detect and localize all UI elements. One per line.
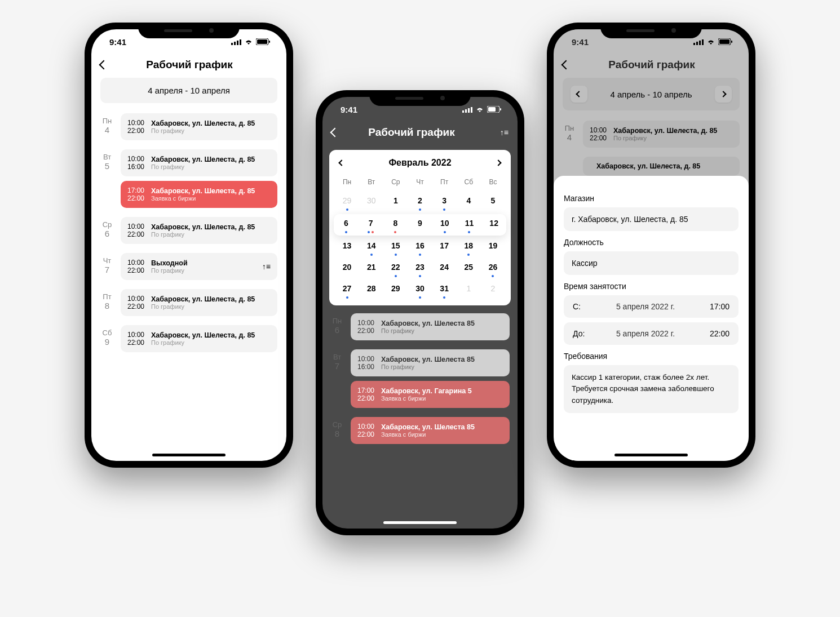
calendar-day[interactable]: 6: [334, 214, 359, 236]
day-block: Ср 8 10:0022:00 Хабаровск, ул. Шелеста 8…: [330, 417, 510, 444]
shift-info: Хабаровск, ул. Шелеста, д. 85 Заявка с б…: [151, 187, 255, 202]
calendar-day[interactable]: 2: [481, 279, 505, 301]
shift-card[interactable]: 10:0022:00 Хабаровск, ул. Шелеста 85 По …: [351, 313, 510, 340]
calendar-day[interactable]: 5: [481, 192, 505, 213]
to-time: 22:00: [696, 329, 730, 338]
shift-address: Хабаровск, ул. Шелеста, д. 85: [151, 223, 255, 231]
calendar-week: 6789101112: [334, 214, 506, 236]
sort-icon[interactable]: ↑≡: [262, 262, 271, 271]
calendar-week: 272829303112: [335, 279, 505, 301]
day-block: Вт 5 10:0016:00 Хабаровск, ул. Шелеста, …: [100, 149, 277, 208]
time-from-row: С: 5 апреля 2022 г. 17:00: [564, 295, 739, 318]
svg-rect-3: [240, 39, 241, 45]
day-label: Пн 4: [100, 113, 114, 140]
shift-card[interactable]: 10:0022:00 Хабаровск, ул. Шелеста, д. 85…: [121, 113, 277, 140]
svg-rect-7: [462, 110, 464, 113]
svg-rect-13: [500, 108, 501, 110]
calendar-day[interactable]: 7: [359, 214, 383, 236]
day-label: Вт 7: [330, 349, 344, 408]
store-label: Магазин: [564, 194, 739, 203]
calendar-day[interactable]: 13: [335, 237, 359, 258]
calendar-day[interactable]: 19: [481, 237, 505, 258]
calendar-day[interactable]: 4: [457, 192, 481, 213]
sort-icon: ↑≡: [500, 128, 509, 137]
calendar-day[interactable]: 11: [457, 214, 482, 236]
back-button[interactable]: [100, 61, 107, 68]
shift-info: Хабаровск, ул. Шелеста, д. 85 По графику: [151, 295, 255, 310]
shift-card[interactable]: 10:0022:00 Хабаровск, ул. Шелеста, д. 85…: [121, 217, 277, 244]
next-month-button[interactable]: [496, 161, 501, 165]
calendar-day[interactable]: 12: [481, 214, 506, 236]
shift-card[interactable]: 17:0022:00 Хабаровск, ул. Шелеста, д. 85…: [121, 181, 277, 208]
calendar-day[interactable]: 15: [383, 237, 408, 258]
shift-address: Хабаровск, ул. Гагарина 5: [381, 387, 472, 395]
day-label: Ср 6: [100, 217, 114, 244]
calendar-day[interactable]: 23: [408, 258, 432, 279]
calendar-day[interactable]: 30: [408, 279, 432, 301]
shift-subtitle: Заявка с биржи: [381, 431, 475, 438]
shift-address: Хабаровск, ул. Шелеста, д. 85: [151, 187, 255, 195]
shift-subtitle: По графику: [151, 267, 188, 274]
calendar-day[interactable]: 29: [383, 279, 408, 301]
shift-subtitle: По графику: [151, 231, 255, 238]
calendar-day[interactable]: 26: [481, 258, 505, 279]
calendar-day[interactable]: 8: [383, 214, 408, 236]
time-to-row: До: 5 апреля 2022 г. 22:00: [564, 322, 739, 345]
home-indicator[interactable]: [383, 521, 457, 524]
to-label: До:: [573, 329, 595, 338]
calendar-day[interactable]: 25: [457, 258, 481, 279]
sort-button[interactable]: ↑≡: [496, 128, 509, 137]
shift-card[interactable]: 10:0022:00 Хабаровск, ул. Шелеста, д. 85…: [121, 289, 277, 316]
shift-address: Хабаровск, ул. Шелеста, д. 85: [151, 119, 255, 127]
back-button[interactable]: [331, 129, 338, 136]
home-indicator[interactable]: [614, 454, 688, 456]
svg-rect-12: [488, 107, 496, 112]
prev-month-button[interactable]: [339, 161, 344, 165]
shift-times: 17:0022:00: [357, 387, 374, 402]
shift-card[interactable]: 10:0022:00 Выходной По графику ↑≡: [121, 253, 277, 280]
calendar-day[interactable]: 17: [432, 237, 457, 258]
shift-card[interactable]: 10:0022:00 Хабаровск, ул. Шелеста 85 Зая…: [351, 417, 510, 444]
shift-card[interactable]: 10:0016:00 Хабаровск, ул. Шелеста 85 По …: [351, 349, 510, 376]
shift-info: Выходной По графику: [151, 259, 188, 274]
calendar-day[interactable]: 29: [335, 192, 359, 213]
shift-info: Хабаровск, ул. Шелеста, д. 85 По графику: [151, 331, 255, 346]
chevron-left-icon: [338, 159, 344, 166]
shift-address: Хабаровск, ул. Шелеста, д. 85: [151, 156, 255, 163]
calendar-day[interactable]: 3: [432, 192, 457, 213]
calendar-day[interactable]: 2: [408, 192, 432, 213]
shift-address: Хабаровск, ул. Шелеста, д. 85: [151, 295, 255, 303]
calendar-dow: Чт: [408, 175, 432, 192]
notch: [138, 23, 240, 38]
shift-times: 10:0022:00: [127, 223, 144, 238]
calendar-day[interactable]: 9: [408, 214, 432, 236]
from-time: 17:00: [696, 302, 730, 311]
calendar-day[interactable]: 27: [335, 279, 359, 301]
calendar-day[interactable]: 16: [408, 237, 432, 258]
calendar-day[interactable]: 24: [432, 258, 457, 279]
day-label: Пт 8: [100, 289, 114, 316]
date-range-pill[interactable]: 4 апреля - 10 апреля: [100, 78, 277, 103]
shift-times: 17:0022:00: [127, 187, 144, 202]
shift-card[interactable]: 10:0016:00 Хабаровск, ул. Шелеста, д. 85…: [121, 149, 277, 176]
calendar-day[interactable]: 1: [457, 279, 481, 301]
shift-times: 10:0022:00: [127, 295, 144, 310]
home-indicator[interactable]: [152, 454, 226, 456]
shift-card[interactable]: 17:0022:00 Хабаровск, ул. Гагарина 5 Зая…: [351, 381, 510, 408]
calendar-day[interactable]: 30: [359, 192, 383, 213]
calendar-day[interactable]: 21: [359, 258, 383, 279]
calendar-day[interactable]: 1: [383, 192, 408, 213]
day-block: Чт 7 10:0022:00 Выходной По графику ↑≡: [100, 253, 277, 280]
shift-address: Выходной: [151, 259, 188, 267]
calendar-day[interactable]: 22: [383, 258, 408, 279]
calendar-day[interactable]: 18: [457, 237, 481, 258]
calendar-day[interactable]: 20: [335, 258, 359, 279]
shift-card[interactable]: 10:0022:00 Хабаровск, ул. Шелеста, д. 85…: [121, 325, 277, 352]
shift-times: 10:0022:00: [357, 319, 374, 335]
calendar-day[interactable]: 28: [359, 279, 383, 301]
svg-rect-10: [471, 107, 472, 113]
calendar-day[interactable]: 10: [432, 214, 457, 236]
calendar-day[interactable]: 14: [359, 237, 383, 258]
shift-times: 10:0022:00: [127, 259, 144, 274]
calendar-day[interactable]: 31: [432, 279, 457, 301]
